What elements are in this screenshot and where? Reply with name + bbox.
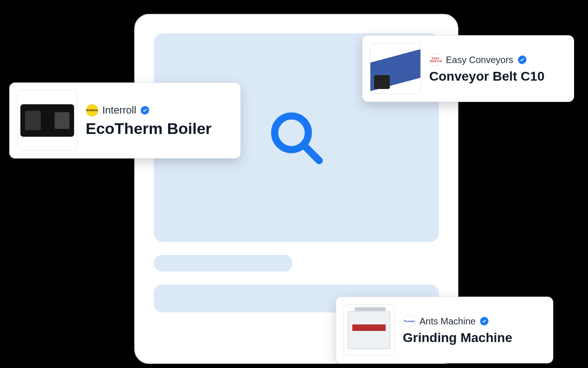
product-image-placeholder (348, 311, 390, 349)
company-logo: Tismetic (403, 315, 416, 328)
company-name: Easy Conveyors (446, 55, 513, 65)
skeleton-title-placeholder (154, 255, 293, 272)
company-logo: EASY CONVEYORS (429, 53, 442, 66)
company-logo: INTERROLL (86, 104, 99, 117)
product-card-body: Tismetic Ants Machine Grinding Machine (403, 315, 512, 345)
illustration-stage: INTERROLL Interroll EcoTherm Boiler EASY… (0, 0, 588, 368)
search-icon (266, 108, 326, 168)
product-name: Conveyor Belt C10 (429, 69, 544, 84)
product-name: EcoTherm Boiler (86, 120, 212, 138)
product-card[interactable]: Tismetic Ants Machine Grinding Machine (336, 297, 553, 363)
product-name: Grinding Machine (403, 330, 512, 345)
svg-line-1 (305, 146, 319, 160)
product-thumbnail (17, 90, 77, 151)
company-row: EASY CONVEYORS Easy Conveyors (429, 53, 544, 66)
company-row: Tismetic Ants Machine (403, 315, 512, 328)
company-row: INTERROLL Interroll (86, 104, 212, 117)
product-card-body: INTERROLL Interroll EcoTherm Boiler (86, 104, 212, 138)
verified-badge-icon (479, 316, 489, 326)
verified-badge-icon (517, 55, 527, 65)
company-name: Ants Machine (419, 316, 475, 327)
product-card[interactable]: EASY CONVEYORS Easy Conveyors Conveyor B… (362, 35, 574, 102)
product-image-placeholder (20, 104, 74, 137)
product-card[interactable]: INTERROLL Interroll EcoTherm Boiler (9, 82, 241, 159)
company-name: Interroll (102, 104, 136, 116)
product-thumbnail (344, 305, 394, 355)
product-image-placeholder (370, 44, 420, 94)
product-thumbnail (370, 43, 421, 94)
verified-badge-icon (140, 105, 150, 115)
product-card-body: EASY CONVEYORS Easy Conveyors Conveyor B… (429, 53, 544, 84)
